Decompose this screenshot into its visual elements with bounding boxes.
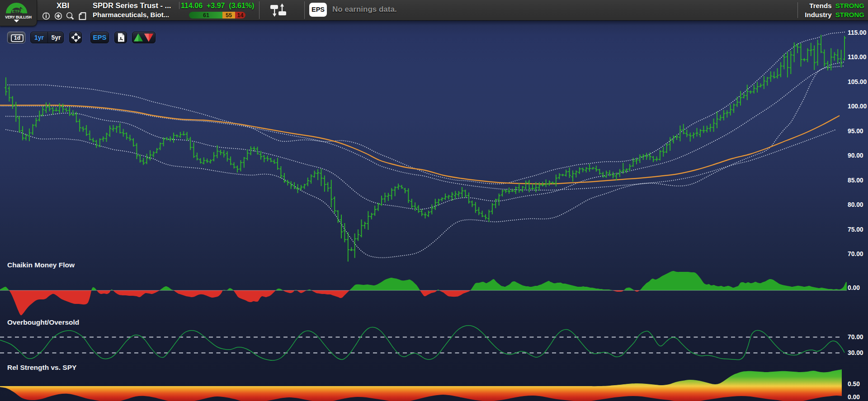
svg-text:0.50: 0.50 xyxy=(848,381,860,387)
svg-text:0.00: 0.00 xyxy=(848,284,860,291)
svg-text:80.00: 80.00 xyxy=(848,201,863,208)
svg-text:30.00: 30.00 xyxy=(848,350,863,356)
svg-text:70.00: 70.00 xyxy=(848,251,863,257)
svg-text:75.00: 75.00 xyxy=(848,226,863,233)
svg-text:95.00: 95.00 xyxy=(848,128,863,135)
svg-text:90.00: 90.00 xyxy=(848,152,863,159)
svg-text:70.00: 70.00 xyxy=(848,334,863,340)
svg-text:110.00: 110.00 xyxy=(848,54,867,61)
svg-text:ETF: ETF xyxy=(12,9,20,14)
svg-text:Rel Strength vs. SPY: Rel Strength vs. SPY xyxy=(7,364,77,371)
svg-text:Chaikin Money Flow: Chaikin Money Flow xyxy=(7,261,75,269)
svg-text:105.00: 105.00 xyxy=(848,79,867,85)
svg-text:100.00: 100.00 xyxy=(848,103,867,110)
svg-text:115.00: 115.00 xyxy=(848,29,867,36)
svg-text:85.00: 85.00 xyxy=(848,177,863,184)
svg-text:VERY BULLISH: VERY BULLISH xyxy=(5,15,32,19)
svg-text:Overbought/Oversold: Overbought/Oversold xyxy=(7,318,79,326)
svg-text:0.00: 0.00 xyxy=(848,394,860,401)
